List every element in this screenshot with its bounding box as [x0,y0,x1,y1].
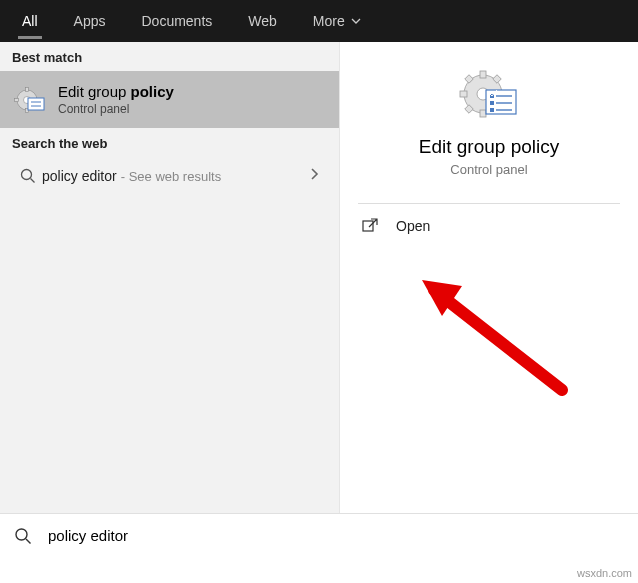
svg-rect-27 [363,221,373,231]
result-subtitle: Control panel [58,102,325,116]
svg-rect-6 [28,98,44,110]
svg-point-9 [22,170,32,180]
search-icon [14,168,42,184]
results-pane: Best match [0,42,340,513]
preview-title: Edit group policy [340,136,638,158]
preview-pane: Edit group policy Control panel Open [340,42,638,513]
best-match-header: Best match [0,42,339,71]
svg-point-29 [16,529,27,540]
svg-rect-2 [26,87,29,91]
tab-apps[interactable]: Apps [56,0,124,42]
tab-documents[interactable]: Documents [123,0,230,42]
search-web-header: Search the web [0,128,339,157]
tab-all[interactable]: All [4,0,56,42]
svg-rect-25 [490,108,494,112]
chevron-right-icon [309,167,325,185]
svg-rect-4 [15,98,19,101]
open-action[interactable]: Open [340,204,638,248]
watermark: wsxdn.com [577,567,632,579]
scope-tabs: All Apps Documents Web More [0,0,638,42]
tab-more-label: More [313,13,345,29]
gear-icon [14,84,46,116]
tab-web[interactable]: Web [230,0,295,42]
preview-subtitle: Control panel [340,162,638,177]
preview-gear-icon [340,66,638,124]
svg-line-30 [26,539,31,544]
svg-rect-23 [490,101,494,105]
svg-rect-14 [480,110,486,117]
svg-rect-15 [460,91,467,97]
svg-line-10 [31,179,35,183]
result-edit-group-policy[interactable]: Edit group policy Control panel [0,71,339,128]
result-title: Edit group policy [58,83,325,100]
open-icon [362,218,378,234]
open-label: Open [396,218,430,234]
svg-rect-13 [480,71,486,78]
chevron-down-icon [351,16,361,26]
search-input[interactable] [48,527,624,544]
tab-more[interactable]: More [295,0,379,42]
search-icon [14,527,32,545]
web-result-item[interactable]: policy editor- See web results [0,157,339,195]
web-result-text: policy editor- See web results [42,168,309,184]
search-bar [0,513,638,557]
